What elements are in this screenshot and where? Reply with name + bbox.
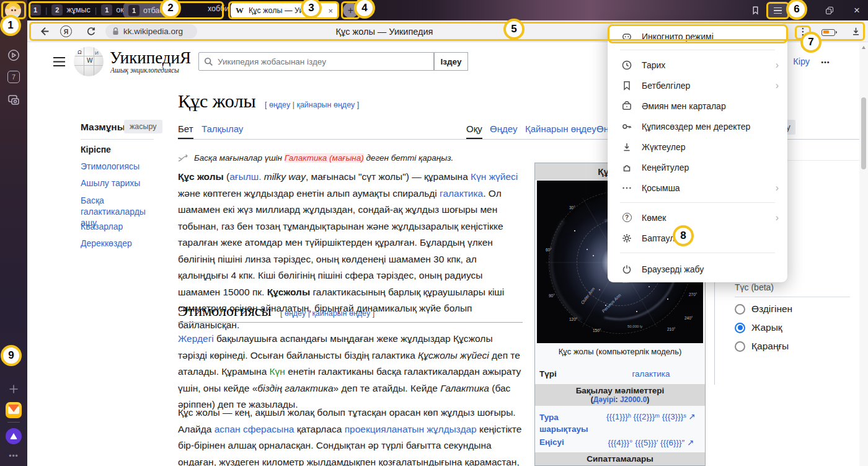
hatnote-text: Басқа мағыналар үшін Галактика (мағына) … [194, 153, 453, 163]
callout-1: 1 [0, 15, 21, 36]
wallet-icon [621, 101, 632, 112]
toc-title: Мазмұны [81, 122, 125, 133]
paragraph: Құс жолы — кең, ақшыл жолақ болып тұтасқ… [178, 405, 523, 466]
external-link-icon: ↗ [689, 412, 696, 421]
toc-item-discovery[interactable]: Ашылу тарихы [81, 178, 140, 188]
wiki-search-input[interactable]: Уикипедия жобасынан іздеу [198, 52, 434, 71]
tab-talk[interactable]: Талқылау [202, 123, 243, 134]
edit-source-link[interactable]: қайнарын өңдеу [296, 101, 355, 109]
galaxy-label: 120° [569, 317, 577, 321]
radio-label: Өздігінен [751, 303, 792, 315]
scrollbar-thumb[interactable] [861, 97, 866, 169]
chevron-right-icon: › [776, 212, 779, 223]
toc-rule [81, 139, 154, 140]
redirect-icon [178, 154, 189, 163]
galaxy-label: 60° [546, 248, 552, 252]
dec-label[interactable]: Еңісуі [539, 437, 601, 447]
toc-item-quasars[interactable]: Квазарлар [81, 222, 123, 231]
wiki-search-button[interactable]: Іздеу [434, 52, 468, 71]
menu-item-more[interactable]: Қосымша › [608, 177, 787, 198]
toc-item-references[interactable]: Дереккөздер [81, 238, 132, 248]
search-icon [204, 57, 213, 66]
alice-assistant-icon[interactable] [0, 428, 27, 444]
menu-item-downloads[interactable]: Жүктеулер [608, 137, 787, 157]
external-link-icon: ↗ [687, 438, 694, 447]
toc-hide-button[interactable]: жасыру [124, 120, 162, 133]
toc-item-intro[interactable]: Кіріспе [81, 145, 111, 155]
chevron-right-icon: › [776, 80, 779, 91]
radio-selected[interactable] [735, 323, 745, 333]
edit-link[interactable]: өңдеу [285, 309, 306, 318]
infobox-type-value[interactable]: галактика [601, 369, 701, 379]
tab-counter-badge[interactable]: 7 [0, 71, 27, 83]
galaxy-label: 90° [549, 293, 555, 298]
toc-item-etymology[interactable]: Этимологиясы [81, 161, 140, 171]
bracket: [ [265, 101, 267, 109]
login-link[interactable]: Кіру [793, 56, 810, 66]
galaxy-label: 240° [684, 316, 693, 320]
galaxy-label: 210° [667, 327, 675, 331]
bracket: [ [280, 309, 282, 318]
infobox-section-observation: Бақылау мәліметтері (Дәуірі: J2000.0) [535, 384, 705, 406]
ra-value[interactable]: {{{1}}}ʰ {{{2}}}ᵐ {{{3}}}ˢ ↗ [601, 411, 701, 435]
wiki-more-icon[interactable]: ••• [821, 58, 830, 66]
tab-edit-source[interactable]: Қайнарын өңдеу [525, 123, 596, 134]
article-title: Құс жолы [178, 91, 256, 111]
infobox-type-label: Түрі [539, 369, 601, 379]
highlight-tab-groups [29, 1, 224, 19]
screenshot-icon[interactable] [0, 93, 27, 107]
menu-item-bookmarks[interactable]: Бетбелгілер › [608, 75, 787, 96]
menu-item-close-browser[interactable]: Браузерді жабу [608, 259, 787, 279]
dec-value[interactable]: {{{4}}}° {{{5}}}′ {{{6}}}″ ↗ [601, 437, 701, 447]
edit-source-link[interactable]: қайнарын өңдеу [312, 309, 370, 318]
ra-label[interactable]: Тура шарықтауы [539, 411, 601, 435]
gear-icon [621, 233, 632, 244]
tab-read[interactable]: Оқу [466, 123, 482, 139]
epoch-line: (Дәуірі: J2000.0) [535, 395, 705, 404]
appearance-option-dark[interactable]: Қараңғы [735, 341, 789, 352]
infobox-row-ra: Тура шарықтауы {{{1}}}ʰ {{{2}}}ᵐ {{{3}}}… [535, 411, 705, 435]
menu-item-wallet[interactable]: Әмиян мен карталар [608, 96, 787, 116]
menu-item-help[interactable]: ? Көмек › [608, 207, 787, 228]
bracket: ] [357, 101, 359, 109]
video-player-icon[interactable] [0, 48, 27, 62]
help-icon: ? [621, 212, 632, 223]
radio-unselected[interactable] [735, 341, 745, 352]
characteristics-header: Сипаттамалары [535, 454, 705, 464]
galaxy-label: 150° [593, 328, 601, 333]
search-placeholder: Уикипедия жобасынан іздеу [218, 57, 326, 66]
wiki-wordmark[interactable]: УикипедиЯ [110, 48, 191, 68]
wikipedia-logo[interactable]: Ω W И [74, 47, 104, 76]
callout-7: 7 [800, 32, 822, 53]
chevron-right-icon: › [776, 182, 779, 194]
add-panel-icon[interactable] [0, 383, 27, 395]
menu-item-history[interactable]: Тарих › [608, 55, 787, 75]
radio-label: Қараңғы [751, 341, 789, 352]
article-title-row: Құс жолы [ өңдеу | қайнарын өңдеу ] [178, 91, 359, 112]
tab-edit[interactable]: Өңдеу [490, 123, 517, 134]
menu-item-passwords[interactable]: Құпиясөздер мен деректер [608, 116, 787, 137]
wiki-tagline: Ашық энциклопедиясы [110, 66, 179, 74]
appearance-option-light[interactable]: Жарық [735, 322, 782, 333]
browser-menu: Инкогнито режимі Тарих › Бетбелгілер › Ә… [608, 24, 787, 282]
yandex-mail-icon[interactable] [0, 402, 27, 418]
side-panel-icon[interactable] [747, 0, 763, 20]
section-heading-row: Этимологиясы [ өңдеу | қайнарын өңдеу ] [178, 303, 523, 323]
scrollbar-up-arrow[interactable] [862, 46, 866, 49]
section-heading: Этимологиясы [178, 303, 272, 319]
edit-link[interactable]: өңдеу [269, 101, 290, 109]
highlight-incognito [608, 24, 788, 43]
tab-page[interactable]: Бет [178, 123, 193, 139]
bookmarks-icon [621, 80, 632, 91]
scrollbar[interactable] [859, 42, 868, 466]
sidebar-more-icon[interactable]: ••• [0, 452, 27, 460]
restore-window-icon[interactable] [822, 0, 837, 20]
menu-item-extensions[interactable]: Кеңейтулер [608, 157, 787, 177]
appearance-option-auto[interactable]: Өздігінен [735, 303, 792, 315]
radio-unselected[interactable] [735, 304, 745, 315]
sidebar-divider [0, 422, 27, 423]
close-window-icon[interactable]: × [848, 0, 866, 20]
menu-item-settings[interactable]: Баптаулар [608, 228, 787, 248]
chevron-right-icon: › [776, 60, 779, 71]
wiki-menu-icon[interactable] [53, 56, 66, 67]
